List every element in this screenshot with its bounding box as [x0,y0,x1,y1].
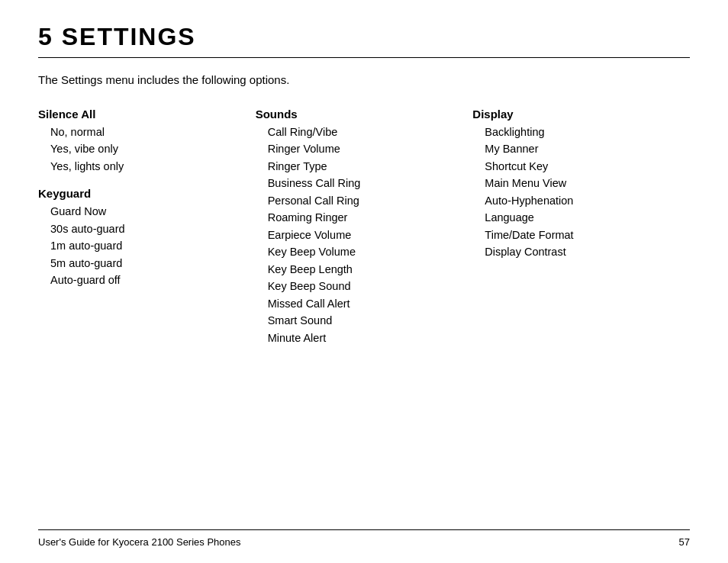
item-business-call-ring: Business Call Ring [256,175,458,191]
intro-text: The Settings menu includes the following… [38,73,690,86]
column-sounds: Sounds Call Ring/Vibe Ringer Volume Ring… [256,108,473,529]
item-smart-sound: Smart Sound [256,312,458,329]
item-auto-guard-off: Auto-guard off [38,272,240,288]
page-title: 5 SETTINGS [38,23,690,51]
item-time-date-format: Time/Date Format [472,227,675,243]
item-shortcut-key: Shortcut Key [472,158,675,175]
item-missed-call-alert: Missed Call Alert [256,295,458,312]
column-silence-keyguard: Silence All No, normal Yes, vibe only Ye… [38,108,256,529]
item-ringer-volume: Ringer Volume [256,140,458,157]
title-divider [38,57,690,58]
item-backlighting: Backlighting [472,124,675,140]
header-keyguard: Keyguard [38,187,240,200]
item-guard-now: Guard Now [38,203,240,220]
header-display: Display [472,108,675,121]
item-earpiece-volume: Earpiece Volume [256,227,458,243]
columns-container: Silence All No, normal Yes, vibe only Ye… [38,108,690,529]
item-key-beep-length: Key Beep Length [256,261,458,278]
item-yes-lights: Yes, lights only [38,158,240,175]
column-display: Display Backlighting My Banner Shortcut … [472,108,690,529]
item-no-normal: No, normal [38,124,240,140]
page-container: 5 SETTINGS The Settings menu includes th… [0,0,728,563]
item-key-beep-sound: Key Beep Sound [256,278,458,294]
item-display-contrast: Display Contrast [472,243,675,260]
item-my-banner: My Banner [472,140,675,157]
item-personal-call-ring: Personal Call Ring [256,192,458,209]
footer-left-text: User's Guide for Kyocera 2100 Series Pho… [38,536,241,548]
item-main-menu-view: Main Menu View [472,175,675,191]
item-roaming-ringer: Roaming Ringer [256,209,458,226]
header-silence-all: Silence All [38,108,240,121]
item-auto-hyphenation: Auto-Hyphenation [472,192,675,209]
footer: User's Guide for Kyocera 2100 Series Pho… [38,529,690,548]
item-call-ring-vibe: Call Ring/Vibe [256,124,458,140]
item-5m-auto-guard: 5m auto-guard [38,255,240,272]
item-language: Language [472,209,675,226]
item-ringer-type: Ringer Type [256,158,458,175]
item-minute-alert: Minute Alert [256,330,458,346]
item-key-beep-volume: Key Beep Volume [256,243,458,260]
item-1m-auto-guard: 1m auto-guard [38,237,240,254]
item-30s-auto-guard: 30s auto-guard [38,220,240,237]
header-sounds: Sounds [256,108,458,121]
item-yes-vibe: Yes, vibe only [38,140,240,157]
footer-page-number: 57 [679,536,690,548]
